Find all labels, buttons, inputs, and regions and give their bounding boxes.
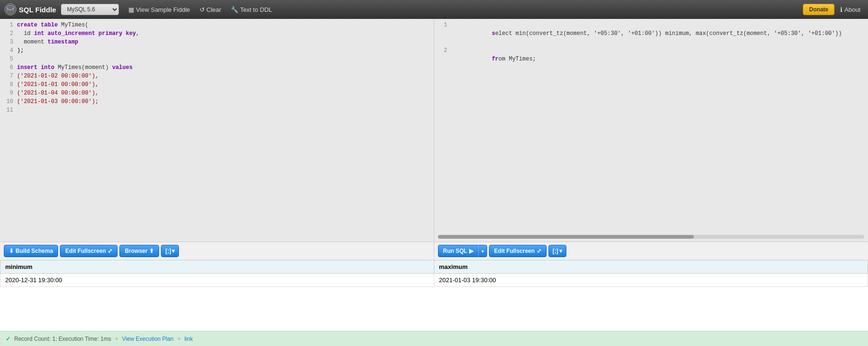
- code-line: 6insert into MyTimes(moment) values: [0, 63, 434, 72]
- semicolon-right-label: [;]: [553, 248, 558, 254]
- left-panel: 1create table MyTimes(2 id int auto_incr…: [0, 19, 434, 260]
- right-line-number-2: 2: [436, 46, 447, 72]
- donate-button[interactable]: Donate: [803, 4, 834, 15]
- line-number: 10: [2, 97, 13, 106]
- edit-fullscreen-right-button[interactable]: Edit Fullscreen ⤢: [489, 245, 547, 257]
- line-number: 1: [2, 21, 13, 29]
- db-selector[interactable]: MySQL 5.6 MySQL 8.0 PostgreSQL SQLite MS…: [61, 4, 119, 15]
- about-icon: ℹ: [840, 6, 843, 13]
- results-header: minimum maximum: [0, 260, 868, 274]
- right-code-content-2: from MyTimes;: [451, 46, 867, 72]
- right-scrollbar-area: [434, 232, 868, 242]
- right-line-number-1: 1: [436, 21, 447, 46]
- line-number: 2: [2, 29, 13, 38]
- run-dropdown-arrow: ▾: [481, 249, 484, 254]
- build-schema-icon: ⬇: [9, 248, 14, 254]
- view-execution-plan-link[interactable]: View Execution Plan: [122, 336, 173, 342]
- about-label: About: [844, 6, 860, 13]
- code-line: 11: [0, 106, 434, 114]
- horizontal-scrollbar[interactable]: [438, 235, 865, 239]
- results-header-row: minimum maximum: [0, 260, 868, 274]
- code-line: 3 moment timestamp: [0, 38, 434, 46]
- text-to-ddl-label: Text to DDL: [240, 6, 272, 13]
- logo-icon: [4, 3, 17, 16]
- results-body: 2020-12-31 19:30:00 2021-01-03 19:30:00: [0, 274, 868, 287]
- cell-maximum: 2021-01-03 19:30:00: [434, 274, 868, 287]
- right-code-content-1: select min(convert_tz(moment, '+05:30', …: [451, 21, 867, 46]
- clear-button[interactable]: ↺ Clear: [196, 4, 225, 15]
- edit-fullscreen-right-label: Edit Fullscreen: [494, 248, 535, 254]
- code-line: 2 id int auto_increment primary key,: [0, 29, 434, 38]
- logo-text: SQL Fiddle: [19, 6, 56, 14]
- edit-fullscreen-left-button[interactable]: Edit Fullscreen ⤢: [60, 245, 118, 257]
- code-line: 5: [0, 55, 434, 63]
- header: SQL Fiddle MySQL 5.6 MySQL 8.0 PostgreSQ…: [0, 0, 868, 19]
- link-link[interactable]: link: [185, 336, 193, 342]
- query-editor[interactable]: 1 select min(convert_tz(moment, '+05:30'…: [434, 19, 868, 232]
- main: 1create table MyTimes(2 id int auto_incr…: [0, 19, 868, 346]
- results-table: minimum maximum 2020-12-31 19:30:00 2021…: [0, 260, 868, 287]
- run-sql-split-button[interactable]: Run SQL ▶ ▾: [438, 245, 487, 257]
- run-sql-label: Run SQL: [443, 248, 467, 254]
- semicolon-right-button[interactable]: [;] ▾: [548, 245, 566, 257]
- edit-fullscreen-left-label: Edit Fullscreen: [65, 248, 106, 254]
- code-content: [17, 106, 432, 114]
- clear-icon: ↺: [200, 6, 205, 13]
- semicolon-left-label: [;]: [165, 248, 171, 254]
- cell-minimum: 2020-12-31 19:30:00: [0, 274, 434, 287]
- line-number: 8: [2, 80, 13, 89]
- clear-label: Clear: [207, 6, 221, 13]
- status-separator: +: [115, 336, 118, 342]
- right-toolbar: Run SQL ▶ ▾ Edit Fullscreen ⤢ [;] ▾: [434, 242, 868, 260]
- expand-right-icon: ⤢: [537, 248, 541, 254]
- build-schema-button[interactable]: ⬇ Build Schema: [4, 245, 58, 257]
- semicolon-left-button[interactable]: [;] ▾: [161, 245, 179, 257]
- line-number: 3: [2, 38, 13, 46]
- code-line: 8('2021-01-01 00:00:00'),: [0, 80, 434, 89]
- editors-row: 1create table MyTimes(2 id int auto_incr…: [0, 19, 868, 260]
- code-line: 10('2021-01-03 00:00:00');: [0, 97, 434, 106]
- right-code-line-2: 2 from MyTimes;: [434, 46, 868, 72]
- status-bar: ✓ Record Count: 1; Execution Time: 1ms +…: [0, 331, 868, 346]
- browser-icon: ⬆: [149, 248, 154, 254]
- schema-editor[interactable]: 1create table MyTimes(2 id int auto_incr…: [0, 19, 434, 242]
- col-header-minimum: minimum: [0, 260, 434, 274]
- right-panel: 1 select min(convert_tz(moment, '+05:30'…: [434, 19, 868, 260]
- scroll-thumb: [438, 235, 694, 239]
- run-sql-button[interactable]: Run SQL ▶: [438, 245, 478, 257]
- status-separator2: +: [177, 336, 181, 342]
- code-content: ('2021-01-03 00:00:00');: [17, 97, 432, 106]
- run-sql-dropdown[interactable]: ▾: [478, 245, 487, 257]
- code-content: create table MyTimes(: [17, 21, 432, 29]
- code-content: );: [17, 46, 432, 55]
- code-content: id int auto_increment primary key,: [17, 29, 432, 38]
- browser-label: Browser: [125, 248, 147, 254]
- build-schema-label: Build Schema: [16, 248, 53, 254]
- record-count-text: Record Count: 1; Execution Time: 1ms: [14, 336, 111, 342]
- semicolon-right-arrow: ▾: [559, 248, 562, 254]
- code-content: ('2021-01-02 00:00:00'),: [17, 72, 432, 80]
- text-to-ddl-button[interactable]: 🔧 Text to DDL: [227, 4, 276, 15]
- line-number: 7: [2, 72, 13, 80]
- line-number: 9: [2, 89, 13, 97]
- browser-button[interactable]: Browser ⬆: [119, 245, 159, 257]
- view-sample-label: View Sample Fiddle: [136, 6, 190, 13]
- right-code-line-1: 1 select min(convert_tz(moment, '+05:30'…: [434, 21, 868, 46]
- run-icon: ▶: [469, 248, 473, 254]
- table-row: 2020-12-31 19:30:00 2021-01-03 19:30:00: [0, 274, 868, 287]
- code-content: [17, 55, 432, 63]
- text-to-ddl-icon: 🔧: [231, 6, 238, 13]
- about-button[interactable]: ℹ About: [836, 4, 864, 15]
- code-line: 9('2021-01-04 00:00:00'),: [0, 89, 434, 97]
- view-sample-icon: ▦: [128, 6, 134, 13]
- line-number: 4: [2, 46, 13, 55]
- logo: SQL Fiddle: [4, 3, 56, 16]
- line-number: 5: [2, 55, 13, 63]
- code-line: 7('2021-01-02 00:00:00'),: [0, 72, 434, 80]
- code-content: ('2021-01-01 00:00:00'),: [17, 80, 432, 89]
- view-sample-button[interactable]: ▦ View Sample Fiddle: [125, 4, 194, 15]
- code-line: 1create table MyTimes(: [0, 21, 434, 29]
- status-check-icon: ✓: [6, 336, 10, 342]
- line-number: 6: [2, 63, 13, 72]
- left-toolbar: ⬇ Build Schema Edit Fullscreen ⤢ Browser…: [0, 242, 434, 260]
